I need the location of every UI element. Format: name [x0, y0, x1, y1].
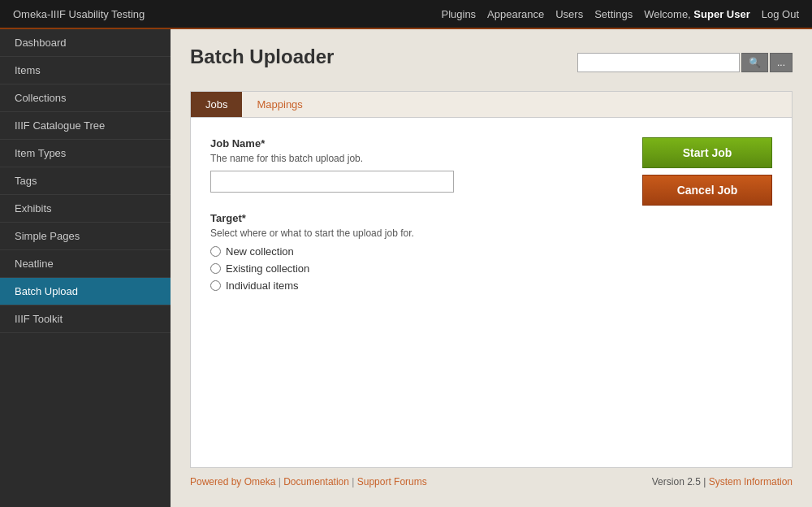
search-area: 🔍 ...: [577, 53, 793, 72]
sidebar-item-iiif-catalogue-tree[interactable]: IIIF Catalogue Tree: [0, 112, 171, 140]
plugins-link[interactable]: Plugins: [441, 8, 476, 20]
search-button[interactable]: 🔍: [741, 53, 768, 72]
logout-link[interactable]: Log Out: [762, 8, 799, 20]
target-group: Target* Select where or what to start th…: [210, 212, 623, 292]
version-text: Version 2.5: [652, 476, 701, 488]
sidebar-item-dashboard[interactable]: Dashboard: [0, 29, 171, 57]
radio-new-collection[interactable]: New collection: [210, 245, 623, 258]
page-header-row: Batch Uploader 🔍 ...: [190, 46, 793, 80]
topnav-links: Plugins Appearance Users Settings Welcom…: [441, 8, 799, 20]
sidebar: Dashboard Items Collections IIIF Catalog…: [0, 29, 171, 507]
job-name-input[interactable]: [210, 171, 454, 193]
radio-new-collection-input[interactable]: [210, 246, 221, 257]
system-info-link[interactable]: System Information: [709, 476, 793, 488]
brand-name: Omeka-IIIF Usability Testing: [13, 8, 145, 20]
radio-individual-items[interactable]: Individual items: [210, 280, 623, 292]
job-name-hint: The name for this batch upload job.: [210, 153, 623, 164]
target-hint: Select where or what to start the upload…: [210, 228, 623, 239]
tab-mappings[interactable]: Mappings: [242, 92, 317, 117]
tab-jobs[interactable]: Jobs: [191, 92, 242, 117]
form-fields: Job Name* The name for this batch upload…: [210, 137, 623, 448]
radio-group: New collection Existing collection Indiv…: [210, 245, 623, 292]
settings-link[interactable]: Settings: [594, 8, 633, 20]
radio-new-collection-label: New collection: [226, 245, 294, 258]
tabs: Jobs Mappings: [191, 92, 792, 118]
powered-by-link[interactable]: Powered by Omeka: [190, 476, 275, 488]
job-name-label: Job Name*: [210, 137, 623, 150]
appearance-link[interactable]: Appearance: [487, 8, 544, 20]
sidebar-item-simple-pages[interactable]: Simple Pages: [0, 223, 171, 250]
job-name-group: Job Name* The name for this batch upload…: [210, 137, 623, 193]
documentation-link[interactable]: Documentation: [283, 476, 349, 488]
sidebar-item-tags[interactable]: Tags: [0, 167, 171, 195]
start-job-button[interactable]: Start Job: [642, 137, 772, 168]
radio-existing-collection-input[interactable]: [210, 263, 221, 274]
sidebar-item-exhibits[interactable]: Exhibits: [0, 195, 171, 223]
footer-right: Version 2.5 | System Information: [652, 476, 793, 488]
sidebar-item-collections[interactable]: Collections: [0, 84, 171, 112]
main-layout: Dashboard Items Collections IIIF Catalog…: [0, 29, 812, 507]
footer: Powered by Omeka | Documentation | Suppo…: [190, 468, 793, 491]
target-label: Target*: [210, 212, 623, 224]
radio-existing-collection-label: Existing collection: [226, 262, 309, 275]
radio-existing-collection[interactable]: Existing collection: [210, 262, 623, 275]
form-content: Job Name* The name for this batch upload…: [191, 118, 792, 467]
sidebar-item-neatline[interactable]: Neatline: [0, 250, 171, 278]
support-forums-link[interactable]: Support Forums: [357, 476, 427, 488]
welcome-text: Welcome, Super User: [644, 8, 750, 20]
search-extra-button[interactable]: ...: [770, 53, 793, 72]
sidebar-item-item-types[interactable]: Item Types: [0, 140, 171, 167]
radio-individual-items-label: Individual items: [226, 280, 299, 292]
content-panel: Jobs Mappings Job Name* The name for thi…: [190, 91, 793, 468]
search-input[interactable]: [577, 53, 740, 72]
sidebar-item-batch-upload[interactable]: Batch Upload: [0, 278, 171, 306]
users-link[interactable]: Users: [555, 8, 583, 20]
footer-left: Powered by Omeka | Documentation | Suppo…: [190, 476, 427, 488]
sidebar-item-iiif-toolkit[interactable]: IIIF Toolkit: [0, 306, 171, 333]
main-area: Batch Uploader 🔍 ... Jobs Mappings Job N…: [171, 29, 812, 507]
page-title: Batch Uploader: [190, 46, 334, 68]
radio-individual-items-input[interactable]: [210, 280, 221, 291]
top-navigation: Omeka-IIIF Usability Testing Plugins App…: [0, 0, 812, 29]
cancel-job-button[interactable]: Cancel Job: [642, 175, 772, 206]
sidebar-item-items[interactable]: Items: [0, 57, 171, 84]
form-actions: Start Job Cancel Job: [642, 137, 772, 448]
